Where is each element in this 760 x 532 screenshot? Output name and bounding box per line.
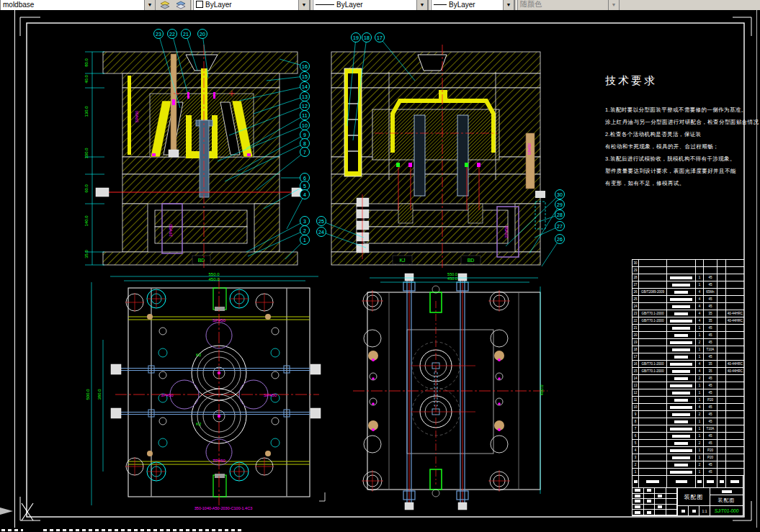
- balloon-leader: [229, 106, 305, 135]
- plotstyle-combo: 随颜色 ▼: [517, 0, 620, 10]
- balloon-leader: [218, 125, 305, 161]
- drawing-name-box: 装配图 1:1: [677, 488, 710, 515]
- bom-row: 19245: [632, 339, 744, 346]
- balloon-leader: [246, 221, 305, 252]
- part-balloon-number: 14: [302, 84, 308, 89]
- bom-row: 8145: [632, 418, 744, 425]
- annotation-text: SP#50: [527, 143, 532, 155]
- part-balloon-number: 13: [302, 94, 308, 99]
- color-combo[interactable]: ByLayer ▼: [193, 0, 310, 10]
- plotstyle-dropdown-arrow: ▼: [608, 0, 619, 10]
- part-balloon-number: 7: [303, 150, 306, 155]
- balloon-leader: [239, 86, 305, 101]
- layers-icon: [176, 1, 186, 9]
- balloon-leader: [254, 96, 305, 114]
- part-balloon-number: 4: [303, 192, 306, 197]
- part-balloon-number: 28: [557, 212, 563, 217]
- bom-row: 12145: [632, 389, 744, 397]
- part-balloon-number: 9: [303, 132, 306, 137]
- bom-row: 30: [632, 260, 744, 267]
- bom-row: 10445: [632, 404, 744, 411]
- bom-row: 22GB/T70.1-200043540-44HRC: [632, 317, 744, 325]
- balloon-leader: [248, 230, 305, 256]
- bom-row: 25445: [632, 296, 744, 303]
- part-balloon-number: 3: [303, 219, 306, 224]
- bom-row: 15GB/T70.1-200043540-44HRC: [632, 368, 744, 375]
- tech-req-line: 3.装配后进行试模验收，脱模机构不得有干涉现象。: [605, 155, 749, 162]
- dimension-text: 40.0: [84, 75, 89, 84]
- balloon-leader: [202, 34, 208, 78]
- balloon-leader: [353, 37, 367, 140]
- bom-row: 27145: [632, 281, 744, 289]
- part-balloon-number: 6: [303, 176, 306, 181]
- lineweight-combo[interactable]: ByLayer ▼: [431, 0, 514, 10]
- dimension-text: 60.0: [84, 184, 89, 193]
- bom-header-row: [632, 475, 743, 487]
- tech-req-line: 塑件质量要达到设计要求，表面光泽度要好并且不能: [605, 168, 749, 174]
- part-balloon-number: 19: [353, 35, 359, 40]
- bom-table: 3029281452714526GB/T2089-2009465Mn254452…: [632, 259, 744, 476]
- part-balloon-number: 29: [557, 202, 563, 207]
- drawing-canvas: 2P#50 BD: [0, 0, 760, 532]
- bottom-scrollbar[interactable]: [0, 528, 760, 532]
- lineweight-dropdown-arrow[interactable]: ▼: [503, 0, 514, 10]
- layer-previous-button[interactable]: [173, 0, 189, 10]
- lineweight-sample: [434, 4, 447, 5]
- part-balloon-number: 26: [557, 237, 563, 242]
- tech-req-line: 涂上红丹油与另一分型面进行对研配合，检查分型面贴合情况；: [605, 119, 749, 125]
- drawing-number-box: 装配图 SJ/T01-000: [710, 488, 743, 515]
- bom-row: 31P20: [632, 454, 744, 461]
- part-balloon-number: 1: [303, 238, 306, 243]
- drawing-number: SJ/T01-000: [710, 506, 743, 515]
- signature-grid: [632, 488, 677, 515]
- balloon-leader: [225, 143, 305, 181]
- balloon-leader: [172, 34, 187, 92]
- title-block: 装配图 1:1 装配图 SJ/T01-000: [632, 487, 743, 516]
- properties-toolbar: moldbase ▼ ByLayer ▼ ByLayer ▼ ByLayer ▼…: [0, 0, 760, 10]
- layer-dropdown-arrow[interactable]: ▼: [144, 0, 155, 10]
- ucs-icon: [0, 502, 86, 531]
- bom-row: 20145: [632, 332, 744, 339]
- part-balloon-number: 16: [302, 64, 308, 69]
- color-dropdown-arrow[interactable]: ▼: [298, 0, 309, 10]
- balloon-leader: [264, 186, 305, 209]
- part-balloon-number: 8: [303, 141, 306, 146]
- balloon-leader: [321, 232, 366, 248]
- bom-row: 41P20: [632, 447, 744, 454]
- annotation-text: SP#50: [135, 111, 139, 123]
- part-balloon-number: 27: [557, 224, 563, 229]
- dimension-text: 35.0: [84, 250, 89, 258]
- annotation-text: 350-1040-A50-2030-C100-1.4C3: [195, 506, 252, 510]
- layer-current-icon: [160, 1, 170, 9]
- bom-row: 24445: [632, 303, 744, 310]
- part-balloon-number: 12: [302, 104, 308, 109]
- layer-combo[interactable]: moldbase ▼: [0, 0, 156, 10]
- part-balloon-number: 25: [318, 219, 324, 224]
- part-balloon-number: 22: [169, 32, 175, 37]
- linetype-value: ByLayer: [334, 1, 416, 9]
- make-object-layer-current-button[interactable]: [157, 0, 173, 10]
- linetype-combo[interactable]: ByLayer ▼: [313, 0, 428, 10]
- dimension-text: 80.0: [84, 58, 89, 67]
- tech-req-title: 技术要求: [605, 74, 749, 88]
- part-balloon-number: 23: [156, 32, 161, 37]
- tech-req-line: 有松动和卡死现象，模具的开、合过程顺畅；: [605, 143, 749, 150]
- balloon-leader: [246, 115, 305, 148]
- part-balloon-number: 11: [302, 113, 307, 118]
- part-balloon-number: 5: [303, 184, 306, 189]
- annotation-text: 450.0: [208, 277, 220, 281]
- bom-row: 71T10A: [632, 425, 744, 433]
- bom-row: 21145: [632, 325, 744, 332]
- drawing-name: 装配图: [678, 488, 710, 505]
- annotation-text: 380.0: [97, 389, 102, 400]
- bom-row: 111P20: [632, 397, 744, 404]
- linetype-dropdown-arrow[interactable]: ▼: [416, 0, 427, 10]
- balloon-leader: [238, 135, 305, 171]
- plotstyle-value: 随颜色: [518, 0, 608, 9]
- tech-req-line: 2.检查各个活动机构是否灵活，保证装: [605, 131, 749, 137]
- balloon-leader: [506, 194, 560, 246]
- lineweight-value: ByLayer: [447, 1, 503, 9]
- balloon-leader: [158, 34, 180, 108]
- drawing-name-2: 装配图: [710, 495, 743, 506]
- part-balloon-number: 2: [303, 228, 306, 233]
